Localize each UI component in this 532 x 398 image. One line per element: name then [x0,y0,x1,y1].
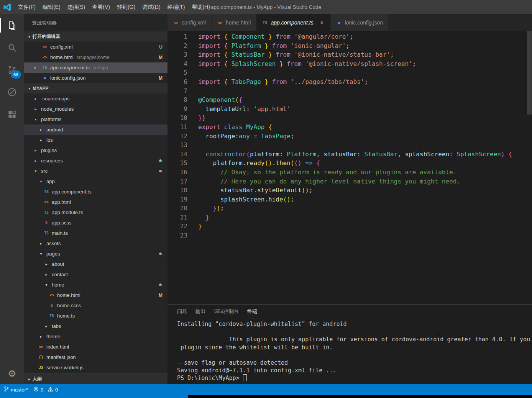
menu-item[interactable]: 调试(D) [139,0,164,14]
tree-item-index.html[interactable]: <>index.html [24,342,167,352]
line-number: 15 [167,159,187,168]
scm-changes-badge: 58 [11,70,21,79]
code-line: 4import { SplashScreen } from '@ionic-na… [167,59,532,69]
menu-item[interactable]: 编辑(E) [39,0,64,14]
close-icon[interactable]: × [33,65,42,70]
tree-item-pages[interactable]: ▾pages [24,249,167,259]
tree-item-android[interactable]: ▸android [24,124,167,135]
tree-item-manifest.json[interactable]: {}manifest.json [24,352,167,362]
chevron-right-icon: ▸ [33,148,39,152]
tree-item-tabs[interactable]: ▸tabs [24,321,167,331]
tree-item-plugins[interactable]: ▸plugins [24,145,167,156]
code-editor[interactable]: 1import { Component } from '@angular/cor… [167,31,532,304]
tree-item-service-worker.js[interactable]: JSservice-worker.js [24,362,167,373]
tree-item-app.component.ts[interactable]: TSapp.component.ts [24,187,167,197]
menu-item[interactable]: 转到(G) [113,0,139,14]
code-text: }) [187,113,205,123]
editor-tab-app.component.ts[interactable]: TSapp.component.ts× [256,14,330,31]
tree-item-app[interactable]: ▾app [24,176,167,187]
tree-item-main.ts[interactable]: TSmain.ts [24,228,167,238]
code-line: 19 splashScreen.hide(); [167,195,532,204]
outline-header[interactable]: ▸ 大纲 [24,373,167,384]
close-icon[interactable]: × [319,20,325,26]
tree-item-home.ts[interactable]: TShome.ts [24,311,167,321]
panel-tab-output[interactable]: 输出 [195,305,205,318]
editor-scrollbar[interactable] [527,31,532,305]
line-number: 14 [167,150,187,159]
open-editor-app.component.ts[interactable]: ×TSapp.component.tssrc\app [24,62,167,73]
search-icon[interactable] [0,36,24,59]
tree-item-node_modules[interactable]: ▸node_modules [24,104,167,114]
debug-icon[interactable] [0,81,24,103]
line-number: 11 [167,123,187,132]
item-name: main.ts [52,230,68,236]
editor-tab-ionic.config.json[interactable]: ●ionic.config.json [331,14,389,31]
menu-item[interactable]: 终端(T) [164,0,189,14]
tree-item-home[interactable]: ▾home [24,280,167,290]
bottom-panel: 问题输出调试控制台终端 Installing "cordova-plugin-w… [167,304,532,384]
tree-item-home.html[interactable]: <>home.htmlM [24,290,167,300]
line-number: 10 [167,113,187,123]
explorer-icon[interactable] [0,14,24,36]
chevron-right-icon: ▸ [38,241,44,246]
editor-tab-config.xml[interactable]: <>config.xml [167,14,212,31]
code-text: export class MyApp { [187,123,272,132]
terminal-content[interactable]: Installing "cordova-plugin-whitelist" fo… [167,318,532,384]
tab-label: ionic.config.json [345,20,383,26]
tab-label: config.xml [182,20,206,26]
ionic-file-icon: ● [42,76,48,80]
js-file-icon: JS [38,365,44,370]
code-text [187,68,198,77]
tree-item-ios[interactable]: ▸ios [24,135,167,145]
code-text: // Okay, so the platform is ready and ou… [187,168,456,177]
open-editor-config.xml[interactable]: <>config.xmlU [24,42,167,52]
item-name: resources [41,158,63,164]
file-name: config.xml [50,44,73,50]
tree-item-app.html[interactable]: <>app.html [24,197,167,207]
tree-item-assets[interactable]: ▸assets [24,238,167,249]
tree-item-theme[interactable]: ▸theme [24,331,167,342]
source-control-icon[interactable]: 58 [0,59,24,81]
problems-indicator[interactable]: 0 0 [33,387,58,393]
panel-tab-debug-console[interactable]: 调试控制台 [214,305,239,318]
code-line: 2import { Platform } from 'ionic-angular… [167,41,532,51]
tree-item-resources[interactable]: ▸resources [24,156,167,166]
menu-item[interactable]: 文件(F) [15,0,39,14]
scrollbar-thumb[interactable] [527,31,532,115]
item-name: android [46,127,63,133]
settings-gear-icon[interactable]: ⚙ [0,363,24,384]
open-editor-ionic.config.json[interactable]: ●ionic.config.jsonM [24,73,167,83]
tree-item-app.scss[interactable]: Sapp.scss [24,218,167,228]
editor-tab-home.html[interactable]: <>home.html [212,14,256,31]
terminal-line: PS D:\ionic\MyApp> [177,374,532,382]
code-line: 22} [167,222,532,231]
html-file-icon: <> [38,345,44,349]
panel-tab-problems[interactable]: 问题 [177,305,187,318]
line-number: 21 [167,213,187,222]
open-editor-home.html[interactable]: <>home.htmlsrc\pages\homeM [24,52,167,62]
activity-bar: 58 ⚙ [0,14,24,384]
line-number: 22 [167,222,187,231]
project-header[interactable]: ▾ MYAPP [24,83,167,93]
tree-item-app.module.ts[interactable]: TSapp.module.ts [24,207,167,218]
panel-tab-terminal[interactable]: 终端 [247,305,257,318]
item-name: node_modules [41,106,74,112]
status-bar: master* 0 0 [0,384,532,395]
tree-item-about[interactable]: ▸about [24,259,167,269]
code-line: 18 statusBar.styleDefault(); [167,186,532,195]
extensions-icon[interactable] [0,103,24,125]
menu-item[interactable]: 帮助(H) [188,0,213,14]
tree-item-contact[interactable]: ▸contact [24,269,167,280]
line-number: 17 [167,177,187,186]
chevron-right-icon: ▸ [33,159,39,163]
open-editors-header[interactable]: ▾ 打开的编辑器 [24,31,167,42]
tree-item-src[interactable]: ▾src [24,166,167,176]
tree-item-home.scss[interactable]: Shome.scss [24,300,167,311]
tree-item-.sourcemaps[interactable]: ▸.sourcemaps [24,93,167,104]
menu-item[interactable]: 选择(S) [64,0,89,14]
git-branch-indicator[interactable]: master* [4,386,28,393]
tree-item-platforms[interactable]: ▾platforms [24,114,167,124]
code-text: } [187,222,202,231]
line-number: 6 [167,77,187,87]
menu-item[interactable]: 查看(V) [89,0,113,14]
